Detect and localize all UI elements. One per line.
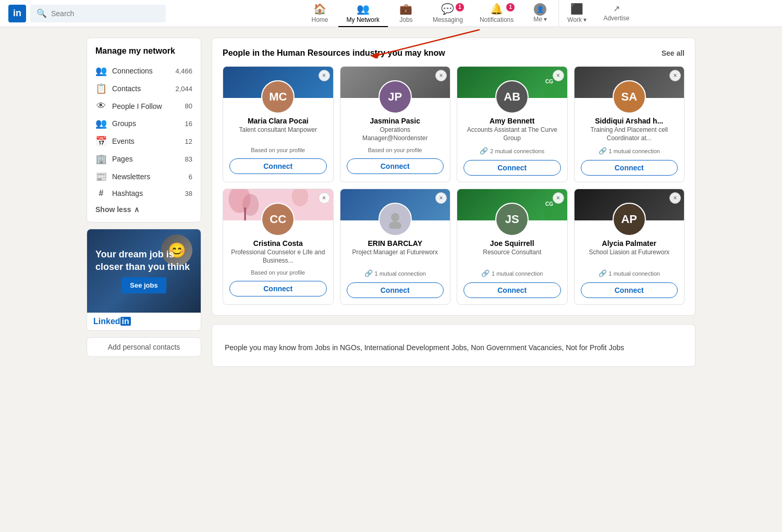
- dismiss-button[interactable]: ×: [319, 70, 330, 81]
- mutual-connections: 🔗 2 mutual connections: [463, 147, 561, 155]
- hashtags-count: 38: [185, 190, 192, 197]
- see-all-link[interactable]: See all: [662, 49, 685, 57]
- person-avatar: AP: [613, 203, 646, 236]
- dismiss-button[interactable]: ×: [553, 192, 564, 204]
- svg-text:CG: CG: [545, 201, 553, 207]
- search-icon: 🔍: [36, 8, 47, 18]
- person-name: Maria Clara Pocai: [229, 117, 327, 125]
- nav-messaging-label: Messaging: [433, 16, 463, 23]
- nav-advertise[interactable]: ↗ Advertise: [595, 0, 638, 27]
- hashtags-icon: #: [95, 189, 107, 198]
- jobs-icon: 💼: [399, 3, 412, 15]
- nav-work[interactable]: ⬛ Work ▾: [558, 0, 595, 27]
- mutual-connections: 🔗 1 mutual connection: [463, 269, 561, 277]
- mutual-connections: 🔗 1 mutual connection: [581, 269, 678, 277]
- person-card-joe[interactable]: CG × JS Joe Squirrell Resource Consultan…: [457, 189, 568, 305]
- chevron-up-icon: ∧: [134, 205, 139, 214]
- connections-label: Connections: [112, 67, 170, 75]
- person-title: Professional Counselor e Life and Busine…: [229, 249, 327, 265]
- connect-button[interactable]: Connect: [581, 160, 678, 176]
- mutual-connections: 🔗 1 mutual connection: [581, 147, 678, 155]
- people-suggestions-card: People in the Human Resources industry y…: [212, 38, 695, 316]
- connect-button[interactable]: Connect: [581, 282, 678, 298]
- nav-home[interactable]: 🏠 Home: [302, 0, 338, 27]
- svg-point-7: [292, 189, 309, 206]
- dismiss-button[interactable]: ×: [435, 192, 447, 204]
- events-label: Events: [112, 137, 180, 145]
- svg-marker-1: [370, 52, 380, 58]
- nav-notifications[interactable]: 🔔 1 Notifications: [471, 0, 522, 27]
- arrow-indicator: [365, 27, 480, 60]
- person-title: Accounts Assistant at The Curve Group: [463, 126, 561, 143]
- person-title: Training And Placement cell Coordinator …: [581, 126, 678, 143]
- basis-text: Based on your profile: [347, 147, 444, 153]
- connect-button[interactable]: Connect: [463, 160, 561, 176]
- sidebar-item-people-follow[interactable]: 👁 People I Follow 80: [95, 97, 192, 115]
- pages-icon: 🏢: [95, 153, 107, 165]
- messaging-icon: 💬: [441, 3, 454, 15]
- notifications-badge: 1: [506, 3, 515, 11]
- person-card-siddiqui[interactable]: × SA Siddiqui Arshad h... Training And P…: [574, 66, 685, 182]
- basis-text: Based on your profile: [229, 269, 327, 276]
- linkedin-logo[interactable]: in: [8, 5, 26, 22]
- sidebar-item-contacts[interactable]: 📋 Contacts 2,044: [95, 80, 192, 97]
- connect-button[interactable]: Connect: [347, 282, 444, 298]
- see-jobs-button[interactable]: See jobs: [121, 277, 166, 293]
- avatar-initials: AP: [614, 204, 645, 235]
- nav-me[interactable]: 👤 Me ▾: [522, 0, 558, 27]
- mutual-icon: 🔗: [481, 269, 490, 277]
- connect-button[interactable]: Connect: [463, 282, 561, 298]
- person-card-banner: CG × JS: [457, 189, 567, 220]
- svg-line-0: [375, 30, 480, 56]
- person-card-cristina[interactable]: × CC Cristina Costa Professional Counsel…: [223, 189, 334, 305]
- events-icon: 📅: [95, 135, 107, 147]
- person-card-banner: × JP: [340, 67, 450, 98]
- connect-button[interactable]: Connect: [347, 158, 444, 174]
- nav-my-network[interactable]: 👥 My Network: [338, 0, 388, 27]
- notifications-icon: 🔔: [490, 3, 503, 15]
- person-title: Project Manager at Futureworx: [347, 249, 444, 265]
- newsletters-label: Newsletters: [112, 172, 184, 181]
- sidebar-item-newsletters[interactable]: 📰 Newsletters 6: [95, 168, 192, 185]
- sidebar-item-hashtags[interactable]: # Hashtags 38: [95, 185, 192, 201]
- top-navigation: in 🔍 🏠 Home 👥 My Network 💼 Jobs 💬 1 Mess…: [0, 0, 782, 27]
- dismiss-button[interactable]: ×: [669, 70, 681, 81]
- nav-home-label: Home: [312, 16, 328, 23]
- dismiss-button[interactable]: ×: [669, 192, 681, 204]
- person-card-erin[interactable]: × ERIN BARCLAY Project Manager at Future…: [340, 189, 451, 305]
- ad-image: 😊 Your dream job is closer than you thin…: [87, 229, 201, 313]
- groups-icon: 👥: [95, 118, 107, 129]
- show-less-button[interactable]: Show less ∧: [95, 205, 192, 214]
- nav-jobs[interactable]: 💼 Jobs: [388, 0, 424, 27]
- avatar-initials: JP: [380, 81, 411, 113]
- person-card-banner: ×: [340, 189, 450, 220]
- sidebar-item-groups[interactable]: 👥 Groups 16: [95, 115, 192, 132]
- avatar: 👤: [534, 3, 546, 16]
- nav-work-label: Work ▾: [567, 16, 586, 23]
- search-bar[interactable]: 🔍: [30, 5, 166, 22]
- dismiss-button[interactable]: ×: [319, 192, 330, 204]
- sidebar-item-connections[interactable]: 👥 Connections 4,466: [95, 62, 192, 80]
- dismiss-button[interactable]: ×: [553, 70, 564, 81]
- person-card-maria[interactable]: × MC Maria Clara Pocai Talent consultant…: [223, 66, 334, 182]
- person-title: Resource Consultant: [463, 249, 561, 265]
- search-input[interactable]: [51, 9, 160, 18]
- avatar-initials: SA: [614, 81, 645, 113]
- dismiss-button[interactable]: ×: [435, 70, 447, 81]
- advertise-icon: ↗: [613, 4, 620, 14]
- person-name: Alycia Palmater: [581, 239, 678, 248]
- nav-me-label: Me ▾: [533, 16, 547, 23]
- person-card-alycia[interactable]: × AP Alycia Palmater School Liasion at F…: [574, 189, 685, 305]
- person-name: ERIN BARCLAY: [347, 239, 444, 248]
- sidebar-item-events[interactable]: 📅 Events 12: [95, 132, 192, 150]
- nav-messaging[interactable]: 💬 1 Messaging: [424, 0, 471, 27]
- person-avatar: [378, 203, 412, 236]
- sidebar-item-pages[interactable]: 🏢 Pages 83: [95, 150, 192, 168]
- person-card-amy[interactable]: CG × AB Amy Bennett Accounts Assistant a…: [457, 66, 568, 182]
- ad-card: 😊 Your dream job is closer than you thin…: [87, 229, 201, 331]
- add-personal-contacts-link[interactable]: Add personal contacts: [87, 337, 201, 357]
- connect-button[interactable]: Connect: [229, 281, 327, 296]
- person-card-jasmina[interactable]: × JP Jasmina Pasic Operations Manager@No…: [340, 66, 451, 182]
- person-avatar: AB: [495, 80, 529, 114]
- connect-button[interactable]: Connect: [229, 158, 327, 174]
